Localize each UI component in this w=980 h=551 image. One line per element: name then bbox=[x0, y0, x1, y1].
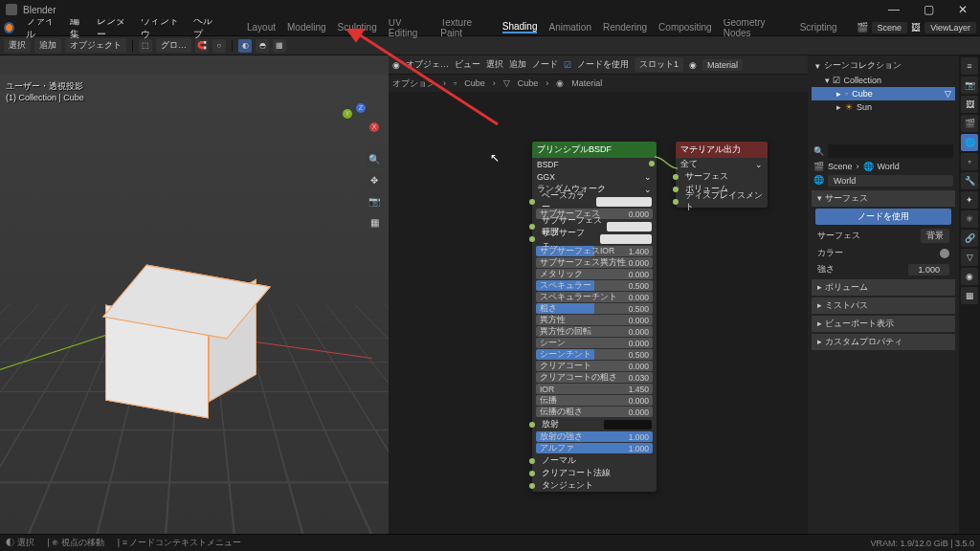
strength-value[interactable]: 1.000 bbox=[908, 264, 949, 276]
node-title[interactable]: プリンシプルBSDF bbox=[532, 142, 657, 158]
gizmo-y[interactable]: Y bbox=[343, 109, 352, 119]
bsdf-slider[interactable]: 伝播の粗さ0.000 bbox=[536, 407, 653, 417]
node-principled-bsdf[interactable]: プリンシプルBSDF BSDF GGX⌄ ランダムウォーク⌄ ベースカラーサブサ… bbox=[532, 142, 657, 492]
bsdf-slider[interactable]: クリアコート0.000 bbox=[536, 361, 653, 371]
tab-viewlayer-icon[interactable]: 🖼 bbox=[961, 96, 978, 113]
tangent-socket[interactable]: タンジェント bbox=[532, 479, 657, 492]
collection-row[interactable]: ▾ ☑ Collection bbox=[812, 74, 955, 87]
emit-strength[interactable]: 放射の強さ1.000 bbox=[536, 431, 653, 442]
ggx-select[interactable]: GGX bbox=[537, 172, 555, 182]
tab-modeling[interactable]: Modeling bbox=[287, 22, 326, 33]
bc-cube[interactable]: Cube bbox=[464, 78, 485, 88]
tab-physics-icon[interactable]: ⚛ bbox=[961, 210, 978, 228]
bsdf-prop[interactable]: サブサーフェ… bbox=[532, 232, 657, 245]
alpha-slider[interactable]: アルファ1.000 bbox=[536, 443, 653, 453]
tab-texture-icon[interactable]: ▩ bbox=[961, 287, 978, 304]
tab-modifier-icon[interactable]: 🔧 bbox=[961, 172, 978, 189]
camera-icon[interactable]: 📷 bbox=[366, 193, 383, 210]
shading-icon[interactable]: ◐ bbox=[238, 39, 252, 53]
outliner[interactable]: ▾ シーンコレクション ▾ ☑ Collection ▸ ▫ Cube ▽ ▸ … bbox=[812, 57, 955, 114]
blender-logo-icon[interactable] bbox=[4, 22, 14, 33]
overlay-icon[interactable]: ◓ bbox=[256, 39, 269, 53]
viewlayer-name[interactable]: ViewLayer bbox=[924, 22, 976, 33]
options-label[interactable]: オプション bbox=[392, 77, 435, 90]
tab-render-icon[interactable]: ≡ bbox=[961, 57, 978, 75]
bsdf-slider[interactable]: 伝播0.000 bbox=[536, 395, 653, 406]
editor-type-icon[interactable]: ◉ bbox=[392, 60, 400, 70]
ne-add[interactable]: 追加 bbox=[509, 58, 526, 71]
bc-scene[interactable]: Scene bbox=[828, 162, 853, 171]
use-nodes-check[interactable]: ノードを使用 bbox=[577, 58, 629, 71]
mist-panel[interactable]: ▸ ミストパス bbox=[812, 298, 955, 314]
cube-object[interactable] bbox=[105, 285, 239, 409]
zoom-icon[interactable]: 🔍 bbox=[366, 151, 383, 168]
custom-panel[interactable]: ▸ カスタムプロパティ bbox=[812, 334, 955, 350]
proportional-icon[interactable]: ○ bbox=[212, 39, 226, 53]
tab-particles-icon[interactable]: ✦ bbox=[961, 191, 978, 209]
bsdf-slider[interactable]: スペキュラーチント0.000 bbox=[536, 292, 653, 302]
tab-output-icon[interactable]: 📷 bbox=[961, 77, 978, 94]
tab-scene-icon[interactable]: 🎬 bbox=[961, 115, 978, 132]
xray-icon[interactable]: ▦ bbox=[273, 39, 286, 53]
tab-rendering[interactable]: Rendering bbox=[603, 22, 647, 33]
orientation-icon[interactable]: ⬚ bbox=[139, 39, 152, 53]
matout-target[interactable]: 全て bbox=[680, 159, 698, 170]
obj-dropdown[interactable]: オブジェ… bbox=[406, 58, 449, 71]
tab-data-icon[interactable]: ▽ bbox=[961, 249, 978, 266]
ne-select[interactable]: 選択 bbox=[486, 58, 503, 71]
bsdf-slider[interactable]: サブサーフェス異方性0.000 bbox=[536, 257, 653, 268]
bsdf-slider[interactable]: クリアコートの粗さ0.030 bbox=[536, 372, 653, 383]
cube-row[interactable]: ▸ ▫ Cube ▽ bbox=[812, 87, 955, 100]
matout-title[interactable]: マテリアル出力 bbox=[676, 142, 768, 158]
sun-row[interactable]: ▸ ☀ Sun bbox=[812, 100, 955, 114]
surface-panel-header[interactable]: ▾ サーフェス bbox=[812, 190, 955, 207]
select-menu[interactable]: 選択 bbox=[4, 38, 31, 53]
normal-socket[interactable]: ノーマル bbox=[532, 454, 657, 467]
bsdf-output-socket[interactable]: BSDF bbox=[532, 158, 657, 170]
search-icon[interactable]: 🔍 bbox=[813, 146, 824, 156]
window-close[interactable]: ✕ bbox=[946, 0, 980, 19]
pan-icon[interactable]: ✥ bbox=[366, 172, 383, 189]
scene-name[interactable]: Scene bbox=[872, 22, 908, 33]
bsdf-slider[interactable]: シーンチント0.500 bbox=[536, 349, 653, 360]
tab-constraint-icon[interactable]: 🔗 bbox=[961, 230, 978, 247]
window-maximize[interactable]: ▢ bbox=[911, 0, 946, 19]
tab-scripting[interactable]: Scripting bbox=[800, 22, 837, 33]
disp-socket[interactable]: ディスプレイスメント bbox=[676, 195, 768, 208]
tab-sculpting[interactable]: Sculpting bbox=[338, 22, 377, 33]
gizmo-z[interactable]: Z bbox=[356, 103, 366, 113]
viewport-3d[interactable]: Z Y X 🔍 ✥ 📷 ▦ ユーザー・透視投影 (1) Collection |… bbox=[0, 55, 389, 534]
orientation-select[interactable]: グロ… bbox=[156, 38, 191, 53]
tab-shading[interactable]: Shading bbox=[502, 21, 538, 33]
bsdf-slider[interactable]: スペキュラー0.500 bbox=[536, 280, 653, 291]
snap-icon[interactable]: 🧲 bbox=[195, 39, 209, 53]
window-minimize[interactable]: — bbox=[877, 0, 911, 19]
tab-compositing[interactable]: Compositing bbox=[658, 22, 712, 33]
material-name[interactable]: Material bbox=[702, 59, 743, 71]
tab-animation[interactable]: Animation bbox=[548, 22, 590, 33]
bsdf-slider[interactable]: メタリック0.000 bbox=[536, 269, 653, 279]
tab-geonodes[interactable]: Geometry Nodes bbox=[724, 17, 789, 38]
search-input[interactable] bbox=[828, 144, 953, 158]
ne-node[interactable]: ノード bbox=[532, 58, 558, 71]
node-editor[interactable]: ◉ オブジェ… ビュー 選択 追加 ノード ☑ ノードを使用 スロット1 ◉ M… bbox=[389, 55, 808, 534]
color-swatch[interactable] bbox=[940, 249, 949, 258]
bsdf-slider[interactable]: 異方性の回転0.000 bbox=[536, 326, 653, 337]
tab-material-icon[interactable]: ◉ bbox=[961, 268, 978, 285]
bsdf-slider[interactable]: IOR1.450 bbox=[536, 384, 653, 394]
viewport-panel[interactable]: ▸ ビューポート表示 bbox=[812, 316, 955, 332]
tab-texturepaint[interactable]: Texture Paint bbox=[440, 17, 491, 38]
use-nodes-button[interactable]: ノードを使用 bbox=[815, 209, 951, 225]
bsdf-slider[interactable]: 粗さ0.500 bbox=[536, 303, 653, 314]
tab-object-icon[interactable]: ▫ bbox=[961, 153, 978, 170]
bsdf-slider[interactable]: 異方性0.000 bbox=[536, 315, 653, 325]
scene-collection[interactable]: ▾ シーンコレクション bbox=[812, 57, 955, 74]
world-select[interactable]: World bbox=[828, 175, 953, 187]
tab-uvediting[interactable]: UV Editing bbox=[389, 17, 430, 38]
bsdf-prop[interactable]: ベースカラー bbox=[532, 195, 657, 208]
gizmo-x[interactable]: X bbox=[369, 122, 379, 132]
clearcoat-normal-socket[interactable]: クリアコート法線 bbox=[532, 467, 657, 479]
object-menu[interactable]: オブジェクト bbox=[65, 38, 126, 53]
bc-world[interactable]: World bbox=[878, 162, 900, 171]
emit-color[interactable]: 放射 bbox=[532, 418, 657, 430]
